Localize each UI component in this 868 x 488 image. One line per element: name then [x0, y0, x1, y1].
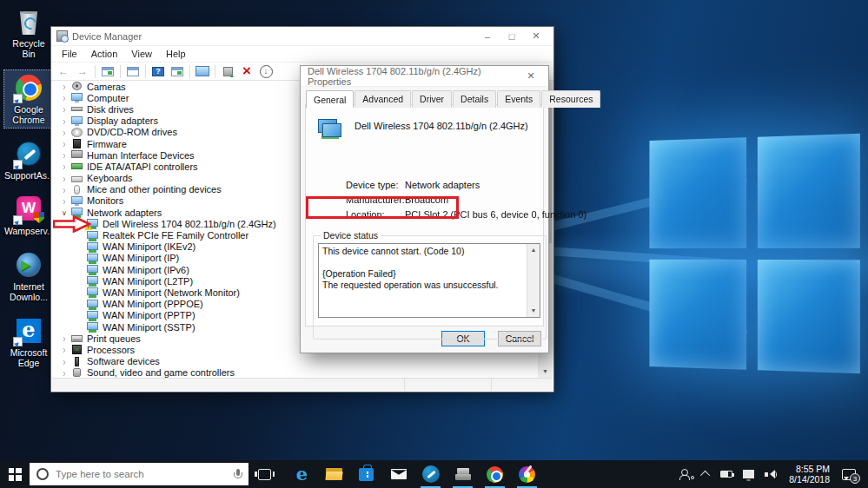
- taskbar-clock[interactable]: 8:55 PM 8/14/2018: [782, 464, 837, 485]
- dialog-tab[interactable]: General: [306, 90, 354, 108]
- tree-item-label: WAN Miniport (SSTP): [103, 322, 195, 333]
- dialog-tab[interactable]: Details: [453, 90, 496, 108]
- battery-button[interactable]: [715, 460, 738, 488]
- device-name: Dell Wireless 1704 802.11b/g/n (2.4GHz): [354, 121, 528, 131]
- computer-icon[interactable]: [194, 64, 211, 79]
- menu-item[interactable]: Action: [84, 47, 125, 61]
- close-button[interactable]: ✕: [524, 28, 548, 45]
- dialog-titlebar[interactable]: Dell Wireless 1704 802.11b/g/n (2.4GHz) …: [301, 66, 548, 87]
- tree-chevron-icon[interactable]: [59, 357, 70, 366]
- tree-item-label: Realtek PCIe FE Family Controller: [103, 230, 248, 241]
- tree-chevron-icon[interactable]: [59, 150, 70, 160]
- desktop-icon[interactable]: Internet Downlo...: [3, 247, 54, 306]
- people-button[interactable]: [675, 460, 698, 488]
- taskbar-app-button[interactable]: e: [286, 460, 318, 488]
- search-input[interactable]: [56, 469, 227, 479]
- tree-item[interactable]: Sound, video and game controllers: [52, 367, 538, 378]
- network-button[interactable]: [738, 460, 759, 488]
- action-center-button[interactable]: 3: [837, 460, 866, 488]
- tree-chevron-icon[interactable]: [59, 116, 70, 126]
- device-type-icon: [71, 116, 83, 126]
- taskbar-app-button[interactable]: [318, 460, 350, 488]
- network-adapter-icon: [316, 117, 342, 138]
- tree-item-label: Print queues: [87, 333, 141, 344]
- taskbar-app-button[interactable]: [447, 460, 479, 488]
- menu-item[interactable]: File: [55, 47, 84, 61]
- menu-item[interactable]: View: [124, 47, 159, 61]
- microphone-icon[interactable]: [234, 469, 242, 480]
- device-type-icon: [87, 242, 98, 252]
- scroll-up-icon[interactable]: ▲: [527, 244, 540, 256]
- tree-chevron-icon[interactable]: [59, 93, 70, 102]
- tree-chevron-icon[interactable]: [59, 139, 70, 148]
- task-view-button[interactable]: [248, 460, 281, 488]
- minimize-button[interactable]: –: [475, 28, 500, 45]
- show-hidden-icons-button[interactable]: [698, 460, 715, 488]
- scroll-down-icon[interactable]: ▼: [538, 365, 553, 378]
- tree-chevron-icon[interactable]: [59, 368, 70, 378]
- dialog-tab[interactable]: Advanced: [354, 90, 411, 108]
- dialog-tab[interactable]: Driver: [412, 90, 452, 108]
- toolbar-separator: [189, 65, 190, 78]
- taskbar-app-button[interactable]: [350, 460, 382, 488]
- dialog-tab[interactable]: Resources: [541, 90, 600, 108]
- tree-chevron-icon[interactable]: [59, 333, 70, 343]
- tree-chevron-icon[interactable]: [59, 82, 70, 91]
- tray-time: 8:55 PM: [796, 464, 830, 474]
- taskbar-app-icon: [487, 466, 503, 483]
- device-type-icon: [87, 300, 98, 309]
- device-type-icon: [71, 185, 83, 195]
- dialog-tab[interactable]: Events: [497, 90, 540, 108]
- desktop-icon[interactable]: Microsoft Edge: [3, 313, 54, 372]
- start-button[interactable]: [0, 460, 30, 488]
- tree-item-label: DVD/CD-ROM drives: [87, 127, 177, 137]
- device-type-icon: [87, 265, 98, 274]
- uninstall-device-icon[interactable]: [238, 64, 255, 79]
- scan-hardware-changes-icon[interactable]: [257, 64, 275, 79]
- device-status-textbox[interactable]: This device cannot start. (Code 10) {Ope…: [318, 243, 540, 318]
- taskbar-app-button[interactable]: [479, 460, 511, 488]
- tree-chevron-icon[interactable]: [59, 128, 70, 137]
- maximize-button[interactable]: □: [500, 28, 524, 45]
- taskbar-app-icon: [422, 465, 440, 483]
- scroll-down-icon[interactable]: ▼: [527, 305, 540, 317]
- device-type-icon: [71, 333, 83, 343]
- device-type-icon: [87, 276, 98, 286]
- console-tree-icon[interactable]: [99, 64, 116, 79]
- status-bar: [52, 378, 553, 391]
- back-icon[interactable]: [55, 64, 72, 79]
- tree-chevron-icon[interactable]: [59, 174, 70, 183]
- desktop-icon-label: Wampserv...: [4, 226, 53, 236]
- device-type-icon: [71, 150, 83, 160]
- tree-chevron-icon[interactable]: [59, 345, 70, 354]
- update-driver-icon[interactable]: [219, 64, 236, 79]
- taskbar-app-button[interactable]: [414, 460, 447, 488]
- desktop-icon[interactable]: Google Chrome: [3, 69, 54, 129]
- desktop-icon[interactable]: Recycle Bin: [3, 3, 54, 63]
- desktop-icon[interactable]: Wampserv...: [3, 191, 54, 240]
- tree-chevron-icon[interactable]: [59, 185, 70, 195]
- menu-item[interactable]: Help: [159, 47, 193, 61]
- taskbar-app-button[interactable]: [511, 460, 543, 488]
- device-manager-icon: [56, 30, 68, 42]
- status-scrollbar[interactable]: ▲ ▼: [527, 244, 540, 317]
- tree-item-label: Firmware: [87, 139, 127, 149]
- taskbar-search[interactable]: [30, 463, 248, 485]
- tree-chevron-icon[interactable]: [59, 162, 70, 171]
- windows-logo-pane: [649, 259, 745, 369]
- tree-item[interactable]: Software devices: [52, 356, 538, 367]
- field-value: Broadcom: [405, 195, 448, 205]
- volume-button[interactable]: [759, 460, 782, 488]
- forward-icon[interactable]: [74, 64, 91, 79]
- desktop-icon[interactable]: SupportAs...: [3, 135, 54, 184]
- export-list-icon[interactable]: [169, 64, 186, 79]
- dialog-close-icon[interactable]: ✕: [519, 68, 543, 85]
- help-icon[interactable]: ?: [149, 64, 167, 79]
- properties-window-icon[interactable]: [124, 64, 142, 79]
- device-manager-titlebar[interactable]: Device Manager – □ ✕: [51, 27, 553, 46]
- windows-logo-pane: [757, 134, 860, 248]
- tree-chevron-icon[interactable]: [59, 196, 70, 206]
- tree-chevron-icon[interactable]: [59, 104, 70, 114]
- taskbar-app-button[interactable]: [382, 460, 414, 488]
- status-bar-cell: [405, 379, 492, 391]
